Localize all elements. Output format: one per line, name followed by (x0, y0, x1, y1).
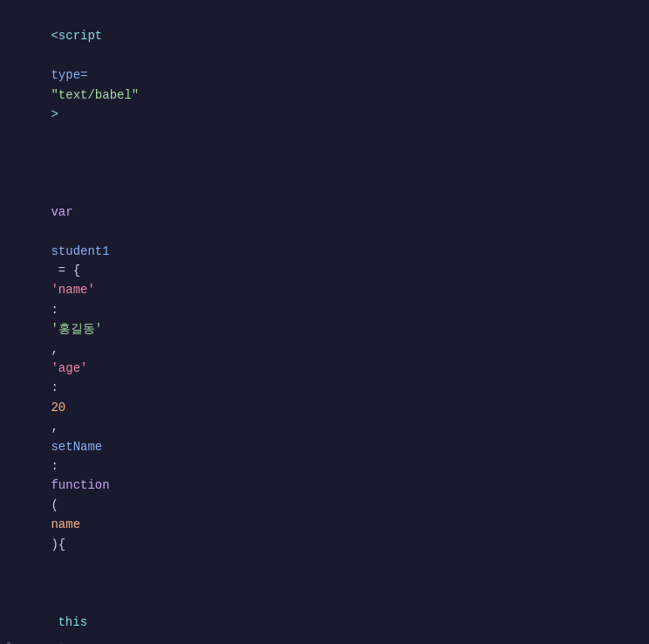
code-editor: <script type= "text/babel" > var student… (0, 0, 649, 644)
attr-value: "text/babel" (51, 88, 139, 102)
tag-open: <script (51, 29, 102, 43)
blank-line-1 (0, 144, 649, 163)
line-student1-this-name: this . name = name (0, 573, 649, 644)
attr-type: type= (51, 68, 87, 82)
line-script-open: <script type= "text/babel" > (0, 7, 649, 144)
tag-close: > (51, 107, 58, 121)
line-student1-def: var student1 = { 'name' : '홍길동' , 'age' … (0, 163, 649, 573)
